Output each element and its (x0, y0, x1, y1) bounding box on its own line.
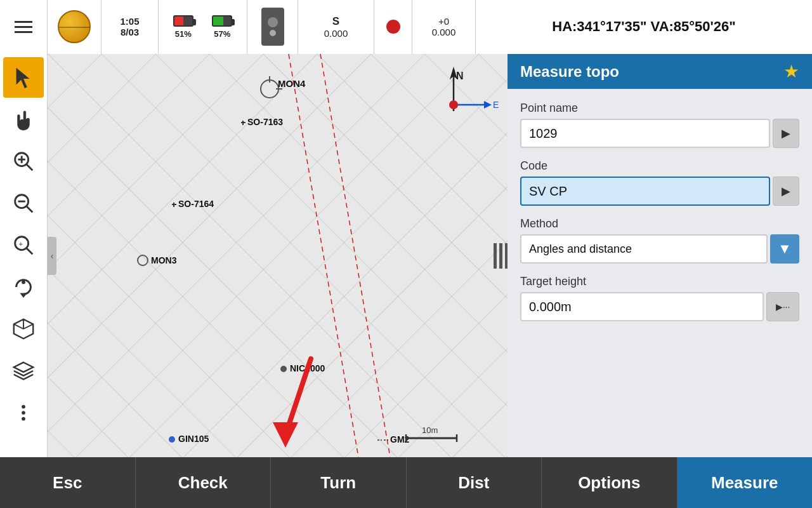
rotate-icon (11, 275, 36, 299)
code-arrow-button[interactable]: ▶ (773, 177, 799, 206)
svg-text:+: + (18, 240, 23, 248)
red-indicator-dot (386, 20, 400, 34)
esc-button[interactable]: Esc (0, 457, 136, 508)
point-name-input-row: ▶ (520, 119, 799, 148)
time-display: 1:05 8/03 (102, 0, 159, 54)
panel-header: Measure topo ★ (508, 54, 812, 89)
cube-icon (11, 317, 36, 341)
svg-text:SO-7163: SO-7163 (247, 117, 283, 127)
hamburger-icon (15, 21, 32, 33)
method-select-row: Angles and distance ▼ (520, 234, 799, 264)
chevron-down-icon: ▼ (778, 241, 792, 257)
svg-text:MON4: MON4 (278, 78, 306, 89)
hand-icon (11, 107, 36, 131)
code-input[interactable] (520, 177, 770, 206)
3d-view-button[interactable] (3, 309, 44, 349)
map-grid: MON4 SO-7163 SO-7164 MON3 NIC1000 GIN105… (48, 54, 511, 457)
lens (270, 30, 276, 36)
menu-button[interactable] (0, 0, 48, 54)
cursor-icon (11, 65, 36, 90)
s-section: S 0.000 (298, 0, 374, 54)
svg-marker-11 (20, 293, 27, 298)
left-sidebar: + (0, 54, 48, 457)
total-station-icon (261, 8, 284, 46)
zoom-in-icon (11, 149, 36, 173)
method-dropdown-button[interactable]: ▼ (770, 234, 799, 264)
code-input-row: ▶ (520, 177, 799, 206)
zoom-out-button[interactable] (3, 183, 44, 224)
battery2: 57% (212, 15, 232, 39)
point-name-label: Point name (520, 102, 799, 115)
angles-display: HA:341°17'35" VA:85°50'26" (476, 0, 812, 54)
pan-tool-button[interactable] (3, 99, 44, 140)
code-label: Code (520, 159, 799, 173)
globe-icon (58, 10, 91, 43)
target-height-input-row: ▶··· (520, 292, 799, 321)
rotate-button[interactable] (3, 267, 44, 307)
globe-button[interactable] (48, 0, 102, 54)
code-group: Code ▶ (520, 159, 799, 206)
target-height-label: Target height (520, 275, 799, 288)
svg-marker-17 (14, 363, 33, 372)
svg-text:N: N (456, 70, 464, 81)
target-height-input[interactable] (520, 292, 764, 321)
svg-marker-0 (16, 68, 30, 88)
layers-icon (11, 359, 36, 383)
method-label: Method (520, 217, 799, 231)
right-panel: Measure topo ★ Point name ▶ Code ▶ (508, 54, 812, 457)
battery2-icon (212, 15, 232, 27)
check-button[interactable]: Check (136, 457, 272, 508)
zoom-out-icon (11, 191, 36, 215)
target-height-group: Target height ▶··· (520, 275, 799, 321)
options-button[interactable]: Options (542, 457, 678, 508)
map-collapse-handle[interactable]: ‹ (48, 237, 56, 275)
svg-point-18 (22, 405, 25, 409)
header: 1:05 8/03 51% 57% S 0.000 +0 0.000 HA:34… (0, 0, 812, 54)
svg-line-16 (23, 324, 33, 329)
svg-text:GIN105: GIN105 (178, 434, 209, 444)
svg-line-9 (27, 248, 33, 255)
zoom-fit-button[interactable]: + (3, 225, 44, 265)
device-icon-container (247, 0, 298, 54)
favorite-star-button[interactable]: ★ (783, 61, 799, 82)
svg-rect-25 (48, 54, 511, 457)
panel-title: Measure topo (520, 63, 619, 81)
svg-text:MON3: MON3 (151, 255, 177, 265)
point-name-arrow-button[interactable]: ▶ (773, 119, 799, 148)
svg-text:SO-7164: SO-7164 (178, 199, 214, 209)
point-name-input[interactable] (520, 119, 770, 148)
dot-section (374, 0, 412, 54)
method-group: Method Angles and distance ▼ (520, 217, 799, 264)
bottom-toolbar: Esc Check Turn Dist Options Measure (0, 457, 812, 508)
svg-text:10m: 10m (422, 425, 438, 435)
battery1-icon (173, 15, 193, 27)
panel-content: Point name ▶ Code ▶ Method A (508, 89, 812, 334)
svg-line-6 (27, 206, 33, 213)
svg-point-53 (449, 100, 458, 109)
battery1: 51% (173, 15, 193, 39)
measure-button[interactable]: Measure (678, 457, 813, 508)
zoom-fit-icon: + (11, 233, 36, 257)
more-icon (11, 401, 36, 425)
map-area[interactable]: MON4 SO-7163 SO-7164 MON3 NIC1000 GIN105… (48, 54, 511, 457)
select-tool-button[interactable] (3, 57, 44, 98)
svg-line-2 (27, 164, 33, 171)
svg-point-20 (22, 417, 25, 421)
svg-line-15 (14, 324, 23, 329)
more-button[interactable] (3, 392, 44, 433)
offset-section: +0 0.000 (412, 0, 476, 54)
svg-point-19 (22, 411, 25, 415)
turn-button[interactable]: Turn (271, 457, 407, 508)
method-select[interactable]: Angles and distance (520, 234, 768, 264)
layers-button[interactable] (3, 351, 44, 391)
target-height-more-button[interactable]: ▶··· (766, 292, 799, 321)
point-name-group: Point name ▶ (520, 102, 799, 148)
svg-point-12 (22, 281, 25, 284)
svg-text:E: E (493, 100, 499, 110)
battery-group: 51% 57% (159, 0, 247, 54)
zoom-in-button[interactable] (3, 141, 44, 182)
svg-point-42 (169, 436, 175, 443)
svg-point-40 (280, 366, 287, 372)
dist-button[interactable]: Dist (407, 457, 542, 508)
